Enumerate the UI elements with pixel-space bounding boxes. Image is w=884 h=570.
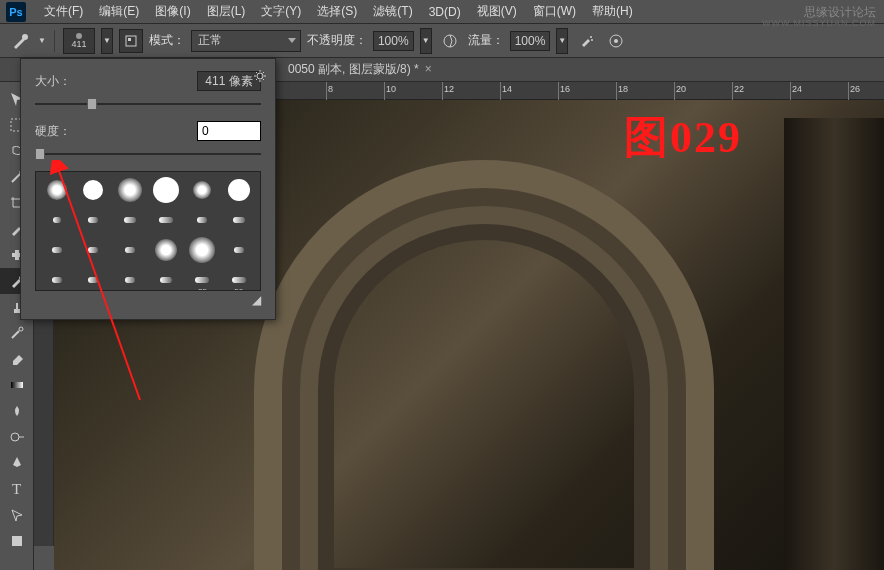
brush-preset-item[interactable] (222, 236, 256, 264)
flow-label: 流量： (468, 32, 504, 49)
menu-image[interactable]: 图像(I) (147, 3, 198, 20)
svg-point-4 (590, 36, 592, 38)
brush-preset-item[interactable] (113, 236, 147, 264)
svg-point-0 (22, 34, 28, 40)
chevron-down-icon[interactable]: ▼ (38, 36, 46, 45)
close-tab-icon[interactable]: × (425, 62, 432, 76)
menu-edit[interactable]: 编辑(E) (91, 3, 147, 20)
photoshop-logo: Ps (6, 2, 26, 22)
svg-rect-2 (128, 38, 131, 41)
svg-rect-12 (14, 309, 20, 313)
menu-type[interactable]: 文字(Y) (253, 3, 309, 20)
menu-filter[interactable]: 滤镜(T) (365, 3, 420, 20)
svg-rect-13 (16, 303, 18, 309)
menu-bar: Ps 文件(F) 编辑(E) 图像(I) 图层(L) 文字(Y) 选择(S) 滤… (0, 0, 884, 24)
size-value[interactable]: 411 像素 (197, 71, 261, 91)
hardness-slider[interactable] (35, 147, 261, 161)
menu-help[interactable]: 帮助(H) (584, 3, 641, 20)
svg-rect-15 (11, 382, 23, 388)
menu-file[interactable]: 文件(F) (36, 3, 91, 20)
brush-preset-item[interactable] (149, 236, 183, 264)
svg-rect-17 (12, 536, 22, 546)
brush-tool-icon[interactable] (8, 29, 32, 53)
brush-preset-item[interactable] (113, 206, 147, 234)
mode-label: 模式： (149, 32, 185, 49)
brush-preset-panel: 大小： 411 像素 硬度： 2550 ◢ (20, 58, 276, 320)
svg-rect-10 (15, 250, 19, 260)
pressure-opacity-icon[interactable] (438, 29, 462, 53)
gear-icon[interactable] (253, 69, 267, 86)
svg-point-18 (257, 73, 263, 79)
hardness-label: 硬度： (35, 123, 71, 140)
brush-preset-item[interactable] (185, 236, 219, 264)
type-tool[interactable]: T (0, 476, 33, 502)
blur-tool[interactable] (0, 398, 33, 424)
brush-preset-item[interactable] (40, 176, 74, 204)
watermark-url: WWW.MISSYUAN.COM (762, 18, 876, 28)
opacity-value[interactable]: 100% (373, 31, 414, 51)
document-tab[interactable]: 0050 副本, 图层蒙版/8) *× (280, 61, 440, 78)
svg-point-14 (19, 327, 23, 331)
brush-preset-item[interactable] (40, 236, 74, 264)
gradient-tool[interactable] (0, 372, 33, 398)
blend-mode-select[interactable]: 正常 (191, 30, 301, 52)
brush-preset-item[interactable] (149, 266, 183, 291)
menu-select[interactable]: 选择(S) (309, 3, 365, 20)
brush-preset-item[interactable] (185, 206, 219, 234)
brush-preset-item[interactable] (40, 206, 74, 234)
brush-preset-item[interactable] (76, 236, 110, 264)
resize-handle-icon[interactable]: ◢ (35, 293, 261, 307)
brush-preset-item[interactable]: 25 (185, 266, 219, 291)
svg-point-16 (11, 433, 19, 441)
airbrush-icon[interactable] (574, 29, 598, 53)
flow-dropdown-icon[interactable]: ▼ (556, 28, 568, 54)
brush-preset-item[interactable] (149, 176, 183, 204)
opacity-dropdown-icon[interactable]: ▼ (420, 28, 432, 54)
brush-preset-item[interactable]: 50 (222, 266, 256, 291)
svg-point-3 (444, 35, 456, 47)
brush-preset-item[interactable] (113, 176, 147, 204)
pressure-size-icon[interactable] (604, 29, 628, 53)
brush-preset-picker[interactable]: 411 (63, 28, 95, 54)
brush-preset-item[interactable] (222, 176, 256, 204)
brush-preset-item[interactable] (76, 206, 110, 234)
brush-panel-toggle[interactable] (119, 29, 143, 53)
brush-preset-item[interactable] (149, 206, 183, 234)
opacity-label: 不透明度： (307, 32, 367, 49)
size-slider[interactable] (35, 97, 261, 111)
brush-preset-item[interactable] (76, 266, 110, 291)
size-label: 大小： (35, 73, 71, 90)
hardness-input[interactable] (197, 121, 261, 141)
annotation-overlay: 图029 (624, 108, 742, 167)
menu-layer[interactable]: 图层(L) (199, 3, 254, 20)
shape-tool[interactable] (0, 528, 33, 554)
brush-dropdown-icon[interactable]: ▼ (101, 28, 113, 54)
pen-tool[interactable] (0, 450, 33, 476)
menu-3d[interactable]: 3D(D) (421, 5, 469, 19)
flow-value[interactable]: 100% (510, 31, 551, 51)
brush-preset-item[interactable] (40, 266, 74, 291)
svg-point-7 (614, 39, 618, 43)
brush-preset-item[interactable] (185, 176, 219, 204)
menu-view[interactable]: 视图(V) (469, 3, 525, 20)
brush-presets-grid[interactable]: 2550 (35, 171, 261, 291)
path-select-tool[interactable] (0, 502, 33, 528)
dodge-tool[interactable] (0, 424, 33, 450)
history-brush-tool[interactable] (0, 320, 33, 346)
brush-preset-item[interactable] (76, 176, 110, 204)
brush-preset-item[interactable] (222, 206, 256, 234)
brush-preset-item[interactable] (113, 266, 147, 291)
eraser-tool[interactable] (0, 346, 33, 372)
options-bar: ▼ 411 ▼ 模式： 正常 不透明度： 100% ▼ 流量： 100% ▼ (0, 24, 884, 58)
menu-window[interactable]: 窗口(W) (525, 3, 584, 20)
svg-point-5 (591, 39, 593, 41)
separator (54, 30, 55, 52)
